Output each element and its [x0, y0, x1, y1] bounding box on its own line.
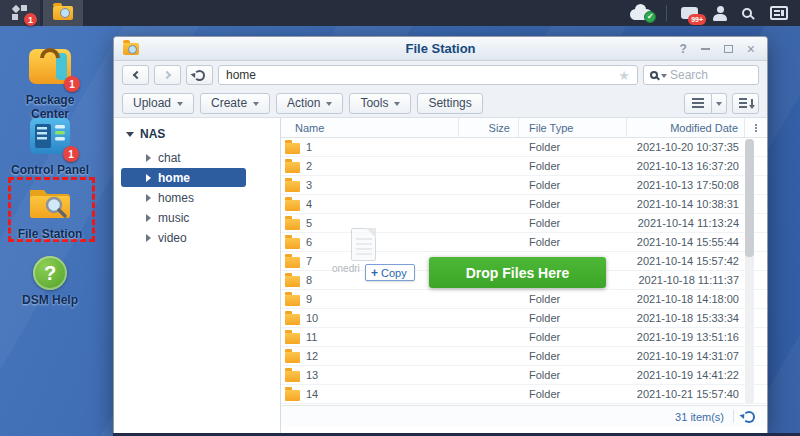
file-name: 1 [306, 141, 312, 153]
sort-button[interactable] [732, 93, 759, 114]
chevron-expanded-icon[interactable] [126, 132, 134, 137]
cloud-sync-button[interactable] [630, 6, 652, 20]
refresh-list-button[interactable] [743, 411, 755, 423]
forward-button[interactable] [154, 65, 181, 85]
maximize-icon [724, 45, 733, 53]
file-size [459, 138, 519, 156]
tree-item-music[interactable]: music [114, 208, 280, 228]
maximize-button[interactable] [724, 45, 733, 53]
path-input[interactable] [226, 68, 618, 82]
action-button[interactable]: Action [276, 93, 343, 114]
person-icon [712, 6, 728, 21]
file-type: Folder [519, 195, 627, 213]
modified-date: 2021-10-13 17:50:08 [627, 176, 745, 194]
file-size [459, 309, 519, 327]
chevron-collapsed-icon[interactable] [146, 174, 151, 182]
chevron-collapsed-icon[interactable] [146, 234, 151, 242]
file-size [459, 366, 519, 384]
file-type: Folder [519, 157, 627, 175]
window-titlebar[interactable]: File Station ? × [114, 37, 767, 61]
chevron-collapsed-icon[interactable] [146, 154, 151, 162]
table-row[interactable]: 2 Folder 2021-10-13 16:37:20 [281, 157, 767, 176]
chevron-down-icon [326, 102, 332, 106]
drag-ghost-filename: onedri [332, 263, 360, 274]
column-header-modified-date[interactable]: Modified Date [627, 118, 745, 137]
shortcut-label: File Station [18, 228, 83, 242]
table-row[interactable]: 12 Folder 2021-10-19 14:31:07 [281, 347, 767, 366]
close-button[interactable]: × [747, 42, 755, 56]
table-row[interactable]: 13 Folder 2021-10-19 14:41:22 [281, 366, 767, 385]
search-icon [650, 71, 658, 79]
chevron-right-icon [162, 71, 170, 79]
help-button[interactable]: ? [679, 42, 686, 56]
vertical-scrollbar[interactable] [745, 139, 754, 404]
modified-date: 2021-10-14 15:57:42 [627, 252, 745, 270]
favorite-star-icon[interactable] [618, 69, 630, 82]
drop-files-here-zone[interactable]: Drop Files Here [429, 257, 606, 288]
shortcut-file-station[interactable]: File Station [2, 184, 98, 242]
tree-item-homes[interactable]: homes [114, 188, 280, 208]
chat-button[interactable]: 99+ [681, 7, 698, 19]
table-row[interactable]: 4 Folder 2021-10-14 10:38:31 [281, 195, 767, 214]
file-type: Folder [519, 290, 627, 308]
search-input[interactable] [670, 68, 752, 82]
minimize-button[interactable] [701, 48, 710, 50]
chevron-collapsed-icon[interactable] [146, 194, 151, 202]
table-row[interactable]: 3 Folder 2021-10-13 17:50:08 [281, 176, 767, 195]
table-row[interactable]: 1 Folder 2021-10-20 10:37:35 [281, 138, 767, 157]
shortcut-control-panel[interactable]: 1 Control Panel [2, 116, 98, 178]
modified-date: 2021-10-19 14:31:07 [627, 347, 745, 365]
taskbar-file-station-button[interactable] [43, 0, 83, 26]
table-row[interactable]: 14 Folder 2021-10-21 15:57:40 [281, 385, 767, 404]
vertical-dots-icon [755, 127, 757, 129]
column-header-file-type[interactable]: File Type [519, 118, 627, 137]
view-mode-button[interactable] [684, 93, 712, 114]
folder-icon [285, 295, 300, 306]
toolbar: Upload Create Action Tools Settings [114, 89, 767, 118]
tree-item-home[interactable]: home [121, 168, 246, 187]
modified-date: 2021-10-18 14:18:00 [627, 290, 745, 308]
file-type: Folder [519, 138, 627, 156]
search-icon [742, 8, 752, 18]
shortcut-package-center[interactable]: 1 Package Center [2, 42, 98, 122]
refresh-icon [194, 70, 205, 81]
tree-root-nas[interactable]: NAS [114, 124, 280, 148]
back-button[interactable] [122, 65, 149, 85]
column-header-name[interactable]: Name [281, 118, 459, 137]
upload-button[interactable]: Upload [122, 93, 194, 114]
shortcut-label: DSM Help [22, 294, 78, 308]
main-menu-button[interactable]: 1 [0, 0, 40, 26]
column-header-size[interactable]: Size [459, 118, 519, 137]
folder-icon [285, 238, 300, 249]
file-station-icon [53, 6, 73, 20]
shortcut-dsm-help[interactable]: DSM Help [2, 256, 98, 308]
widgets-button[interactable] [770, 6, 788, 20]
column-menu-button[interactable] [745, 118, 767, 137]
modified-date: 2021-10-21 15:57:40 [627, 385, 745, 403]
chevron-down-icon[interactable] [661, 74, 667, 78]
file-type: Folder [519, 309, 627, 327]
tools-button[interactable]: Tools [349, 93, 411, 114]
status-bar: 31 item(s) [281, 405, 767, 427]
file-name: 8 [306, 274, 312, 286]
table-row[interactable]: 10 Folder 2021-10-18 15:33:34 [281, 309, 767, 328]
file-name: 3 [306, 179, 312, 191]
taskbar-search-button[interactable] [742, 8, 756, 18]
tree-item-chat[interactable]: chat [114, 148, 280, 168]
path-bar[interactable] [218, 65, 638, 85]
user-account-button[interactable] [712, 6, 728, 21]
view-mode-dropdown[interactable] [712, 93, 727, 114]
create-button[interactable]: Create [200, 93, 270, 114]
scrollbar-thumb[interactable] [745, 139, 754, 257]
chevron-collapsed-icon[interactable] [146, 214, 151, 222]
table-row[interactable]: 11 Folder 2021-10-19 13:51:16 [281, 328, 767, 347]
chevron-down-icon [253, 102, 259, 106]
status-divider [733, 410, 734, 423]
tree-item-video[interactable]: video [114, 228, 280, 248]
control-panel-badge: 1 [63, 146, 79, 162]
settings-button[interactable]: Settings [417, 93, 482, 114]
refresh-button[interactable] [186, 65, 213, 85]
table-row[interactable]: 9 Folder 2021-10-18 14:18:00 [281, 290, 767, 309]
search-box[interactable] [643, 65, 759, 85]
file-name: 6 [306, 236, 312, 248]
